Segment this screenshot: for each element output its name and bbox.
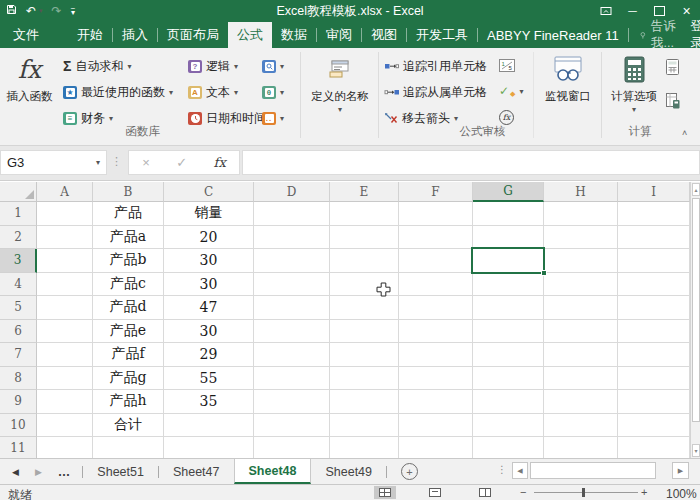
- cell-H7[interactable]: [544, 343, 618, 367]
- watch-window-button[interactable]: 监视窗口: [537, 51, 599, 129]
- cell-G9[interactable]: [473, 390, 544, 414]
- cell-H6[interactable]: [544, 320, 618, 344]
- cell-A6[interactable]: [37, 320, 93, 344]
- column-header-I[interactable]: I: [618, 182, 690, 202]
- page-break-view-button[interactable]: [474, 486, 496, 499]
- column-header-D[interactable]: D: [254, 182, 330, 202]
- cell-G6[interactable]: [473, 320, 544, 344]
- more-sheets-icon[interactable]: …: [58, 465, 71, 479]
- cell-E2[interactable]: [330, 226, 399, 250]
- cell-E1[interactable]: [330, 202, 399, 226]
- ribbon-tab-insert[interactable]: 插入: [113, 22, 157, 48]
- next-sheet-icon[interactable]: ▶: [35, 467, 42, 477]
- cell-D10[interactable]: [254, 414, 330, 438]
- ribbon-tab-review[interactable]: 审阅: [317, 22, 361, 48]
- cell-H10[interactable]: [544, 414, 618, 438]
- cell-I7[interactable]: [618, 343, 690, 367]
- row-header-7[interactable]: 7: [0, 343, 37, 367]
- cell-D2[interactable]: [254, 226, 330, 250]
- cell-D3[interactable]: [254, 249, 330, 273]
- cell-F7[interactable]: [399, 343, 473, 367]
- more-functions-button[interactable]: .. ▾: [262, 107, 284, 129]
- cell-E8[interactable]: [330, 367, 399, 391]
- cell-D5[interactable]: [254, 296, 330, 320]
- column-header-H[interactable]: H: [544, 182, 618, 202]
- ribbon-tab-page-layout[interactable]: 页面布局: [158, 22, 228, 48]
- column-header-G[interactable]: G: [473, 182, 544, 202]
- horizontal-scrollbar-thumb[interactable]: [530, 462, 656, 479]
- new-sheet-button[interactable]: +: [401, 463, 418, 480]
- cell-I9[interactable]: [618, 390, 690, 414]
- cell-C11[interactable]: [164, 437, 254, 458]
- ribbon-tab-home[interactable]: 开始: [68, 22, 112, 48]
- name-box[interactable]: G3 ▾: [0, 150, 107, 175]
- cell-A10[interactable]: [37, 414, 93, 438]
- cell-F6[interactable]: [399, 320, 473, 344]
- cell-C6[interactable]: 30: [164, 320, 254, 344]
- cell-A7[interactable]: [37, 343, 93, 367]
- cell-H11[interactable]: [544, 437, 618, 458]
- calculate-now-button[interactable]: [666, 56, 679, 78]
- math-trig-button[interactable]: θ ▾: [262, 81, 284, 103]
- row-header-3[interactable]: 3: [0, 249, 37, 273]
- cell-G3[interactable]: [473, 249, 544, 273]
- column-header-B[interactable]: B: [93, 182, 164, 202]
- cell-H5[interactable]: [544, 296, 618, 320]
- cell-A5[interactable]: [37, 296, 93, 320]
- cell-H3[interactable]: [544, 249, 618, 273]
- calculation-options-button[interactable]: 计算选项 ▾: [605, 51, 663, 129]
- enter-icon[interactable]: ✓: [176, 155, 187, 170]
- cell-H9[interactable]: [544, 390, 618, 414]
- autosum-button[interactable]: Σ 自动求和▾: [63, 55, 131, 77]
- cell-B9[interactable]: 产品h: [93, 390, 164, 414]
- column-header-F[interactable]: F: [399, 182, 473, 202]
- row-header-11[interactable]: 11: [0, 437, 37, 458]
- trace-precedents-button[interactable]: 追踪引用单元格: [384, 55, 487, 77]
- row-header-9[interactable]: 9: [0, 390, 37, 414]
- row-header-4[interactable]: 4: [0, 273, 37, 297]
- cell-B8[interactable]: 产品g: [93, 367, 164, 391]
- cell-F9[interactable]: [399, 390, 473, 414]
- zoom-out-button[interactable]: −: [520, 486, 526, 498]
- defined-names-button[interactable]: 定义的名称 ▾: [306, 51, 374, 129]
- cell-C8[interactable]: 55: [164, 367, 254, 391]
- collapse-ribbon-icon[interactable]: ˄: [682, 128, 687, 138]
- zoom-slider-thumb[interactable]: [582, 488, 585, 497]
- close-icon[interactable]: ×: [673, 0, 700, 22]
- cell-B5[interactable]: 产品d: [93, 296, 164, 320]
- cell-D9[interactable]: [254, 390, 330, 414]
- insert-function-button[interactable]: fx 插入函数: [2, 51, 57, 129]
- undo-dropdown-icon[interactable]: ▾: [39, 7, 43, 15]
- ribbon-tab-data[interactable]: 数据: [272, 22, 316, 48]
- ribbon-tab-formulas[interactable]: 公式: [228, 22, 272, 48]
- lookup-reference-button[interactable]: ▾: [262, 55, 284, 77]
- customize-qat-icon[interactable]: −▾: [71, 7, 76, 15]
- cell-A8[interactable]: [37, 367, 93, 391]
- cell-B11[interactable]: [93, 437, 164, 458]
- column-header-E[interactable]: E: [330, 182, 399, 202]
- cell-A2[interactable]: [37, 226, 93, 250]
- cell-D7[interactable]: [254, 343, 330, 367]
- cell-A11[interactable]: [37, 437, 93, 458]
- cell-B4[interactable]: 产品c: [93, 273, 164, 297]
- select-all-button[interactable]: [0, 182, 37, 202]
- scroll-down-icon[interactable]: ▾: [692, 444, 700, 457]
- cell-E5[interactable]: [330, 296, 399, 320]
- column-header-C[interactable]: C: [164, 182, 254, 202]
- row-header-5[interactable]: 5: [0, 296, 37, 320]
- cell-E4[interactable]: [330, 273, 399, 297]
- cell-G10[interactable]: [473, 414, 544, 438]
- name-box-dropdown-icon[interactable]: ▾: [96, 158, 100, 167]
- logical-button[interactable]: ? 逻辑▾: [188, 55, 238, 77]
- cell-F8[interactable]: [399, 367, 473, 391]
- cell-B6[interactable]: 产品e: [93, 320, 164, 344]
- cell-G8[interactable]: [473, 367, 544, 391]
- cell-I11[interactable]: [618, 437, 690, 458]
- ribbon-display-options-icon[interactable]: [592, 0, 619, 22]
- cell-A3[interactable]: [37, 249, 93, 273]
- cell-I1[interactable]: [618, 202, 690, 226]
- cell-G5[interactable]: [473, 296, 544, 320]
- cell-D8[interactable]: [254, 367, 330, 391]
- hscroll-left-icon[interactable]: ◀: [512, 462, 528, 479]
- cell-I5[interactable]: [618, 296, 690, 320]
